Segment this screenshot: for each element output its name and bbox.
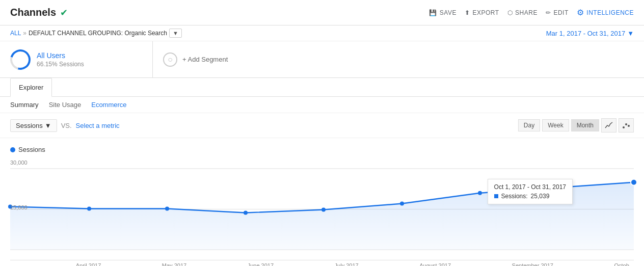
- segment-donut-icon: [7, 45, 35, 73]
- export-icon: ⬆: [465, 9, 470, 16]
- period-month-button[interactable]: Month: [571, 119, 599, 131]
- date-chevron-icon: ▼: [627, 30, 634, 37]
- date-range[interactable]: Mar 1, 2017 - Oct 31, 2017 ▼: [546, 30, 634, 37]
- line-chart-button[interactable]: [601, 118, 616, 132]
- svg-point-8: [87, 207, 91, 211]
- line-chart-icon: [605, 121, 613, 129]
- scatter-chart-button[interactable]: [619, 118, 634, 132]
- chart-controls-left: Sessions ▼ VS. Select a metric: [10, 119, 120, 132]
- period-week-button[interactable]: Week: [542, 119, 569, 131]
- sub-tab-site-usage[interactable]: Site Usage: [49, 101, 82, 109]
- intelligence-icon: ⚙: [577, 8, 584, 17]
- export-button[interactable]: ⬆ EXPORT: [465, 9, 499, 16]
- top-bar-left: Channels ✔: [10, 7, 68, 18]
- y-label-15000: 15,000: [10, 204, 28, 210]
- x-label-0: ...: [10, 262, 15, 266]
- sub-tabs-bar: Summary Site Usage Ecommerce: [0, 97, 644, 113]
- chart-controls-right: Day Week Month: [518, 118, 634, 132]
- svg-point-12: [400, 202, 404, 206]
- x-label-3: June 2017: [248, 262, 274, 266]
- add-segment-card[interactable]: ○ + Add Segment: [153, 41, 644, 77]
- legend-label: Sessions: [18, 146, 45, 153]
- page-title: Channels: [10, 7, 56, 18]
- save-icon: 💾: [429, 9, 437, 16]
- x-label-7: Octob...: [614, 262, 634, 266]
- edit-button[interactable]: ✏ EDIT: [546, 9, 569, 16]
- chart-wrapper: 30,000 15,000: [10, 158, 634, 260]
- metric-dropdown[interactable]: Sessions ▼: [10, 119, 57, 132]
- breadcrumb-left: ALL » DEFAULT CHANNEL GROUPING: Organic …: [10, 29, 182, 38]
- top-bar-right: 💾 SAVE ⬆ EXPORT ⬡ SHARE ✏ EDIT ⚙ INTELLI…: [429, 8, 634, 17]
- breadcrumb-all[interactable]: ALL: [10, 30, 21, 37]
- chart-area: Sessions 30,000 15,000: [0, 138, 644, 266]
- intelligence-button[interactable]: ⚙ INTELLIGENCE: [577, 8, 634, 17]
- segment-info: All Users 66.15% Sessions: [37, 51, 84, 68]
- breadcrumb-bar: ALL » DEFAULT CHANNEL GROUPING: Organic …: [0, 25, 644, 41]
- svg-marker-6: [10, 182, 634, 250]
- x-label-5: August 2017: [419, 262, 451, 266]
- edit-icon: ✏: [546, 9, 551, 16]
- breadcrumb-current: DEFAULT CHANNEL GROUPING: Organic Search: [29, 30, 167, 37]
- svg-point-9: [165, 207, 169, 211]
- x-label-6: September 2017: [512, 262, 553, 266]
- x-label-1: April 2017: [76, 262, 101, 266]
- verified-icon: ✔: [60, 7, 68, 18]
- add-segment-icon: ○: [163, 52, 177, 67]
- top-bar: Channels ✔ 💾 SAVE ⬆ EXPORT ⬡ SHARE ✏ EDI…: [0, 0, 644, 25]
- save-button[interactable]: 💾 SAVE: [429, 9, 457, 16]
- period-day-button[interactable]: Day: [518, 119, 540, 131]
- sub-tab-ecommerce[interactable]: Ecommerce: [91, 101, 126, 109]
- add-segment-label: + Add Segment: [182, 56, 228, 63]
- share-button[interactable]: ⬡ SHARE: [507, 9, 538, 16]
- chart-legend: Sessions: [10, 143, 634, 158]
- x-label-2: May 2017: [162, 262, 186, 266]
- segment-name: All Users: [37, 51, 84, 60]
- scatter-chart-icon: [622, 121, 630, 129]
- svg-point-2: [628, 125, 630, 127]
- all-users-segment[interactable]: All Users 66.15% Sessions: [0, 41, 153, 77]
- segment-stat: 66.15% Sessions: [37, 61, 84, 68]
- svg-point-1: [625, 123, 627, 125]
- legend-dot: [10, 147, 15, 152]
- segments-bar: All Users 66.15% Sessions ○ + Add Segmen…: [0, 41, 644, 78]
- svg-point-10: [244, 210, 248, 215]
- tab-explorer[interactable]: Explorer: [10, 78, 52, 97]
- svg-point-13: [478, 191, 482, 195]
- y-label-30000: 30,000: [10, 159, 28, 166]
- breadcrumb-separator: »: [23, 30, 26, 37]
- svg-point-14: [631, 179, 637, 185]
- vs-label: VS.: [61, 122, 72, 129]
- tabs-bar: Explorer: [0, 78, 644, 97]
- breadcrumb-dropdown[interactable]: ▼: [169, 29, 182, 38]
- metric-dropdown-arrow: ▼: [45, 122, 51, 129]
- sub-tab-summary[interactable]: Summary: [10, 101, 39, 109]
- share-icon: ⬡: [507, 9, 513, 16]
- chart-controls: Sessions ▼ VS. Select a metric Day Week …: [0, 113, 644, 138]
- x-label-4: July 2017: [335, 262, 359, 266]
- select-metric[interactable]: Select a metric: [76, 122, 120, 129]
- x-axis: ... April 2017 May 2017 June 2017 July 2…: [10, 260, 634, 266]
- svg-point-11: [321, 208, 326, 212]
- chart-svg: [10, 158, 634, 260]
- svg-point-0: [623, 126, 625, 128]
